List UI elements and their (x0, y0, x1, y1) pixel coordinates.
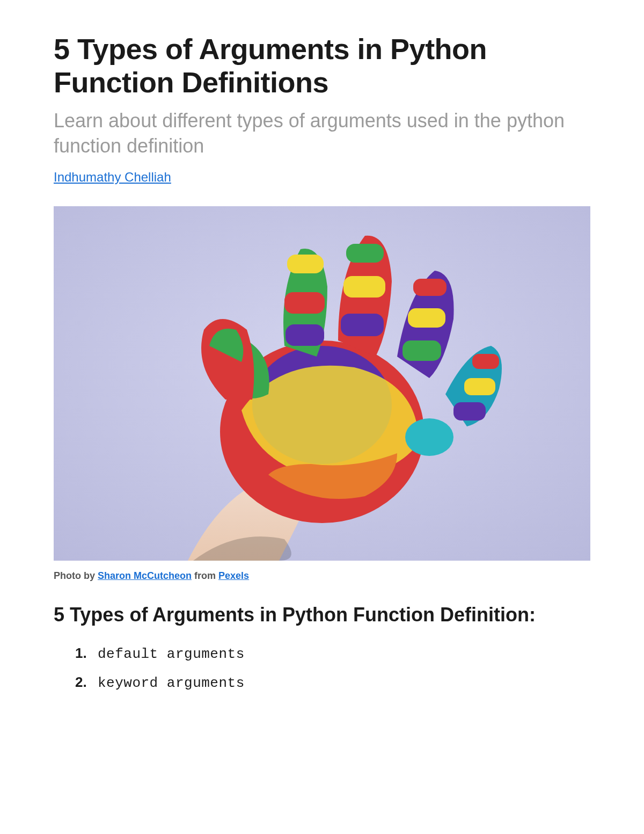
list-item: 2. keyword arguments (75, 671, 590, 695)
author-link[interactable]: Indhumathy Chelliah (54, 170, 171, 185)
svg-rect-5 (286, 324, 324, 346)
hero-image (54, 206, 590, 561)
svg-point-15 (405, 418, 453, 456)
svg-rect-12 (472, 354, 499, 369)
article-title: 5 Types of Arguments in Python Function … (54, 32, 590, 99)
svg-rect-9 (413, 279, 447, 296)
svg-rect-6 (346, 244, 384, 263)
svg-rect-4 (284, 292, 325, 314)
svg-rect-14 (453, 402, 486, 420)
caption-prefix: Photo by (54, 570, 98, 581)
svg-rect-3 (287, 255, 324, 273)
source-link[interactable]: Pexels (218, 570, 249, 581)
svg-rect-10 (408, 308, 445, 328)
list-text: keyword arguments (98, 672, 245, 695)
article-subtitle: Learn about different types of arguments… (54, 108, 590, 159)
list-number: 2. (75, 671, 90, 694)
svg-rect-8 (341, 314, 384, 336)
list-item: 1. default arguments (75, 642, 590, 666)
section-heading: 5 Types of Arguments in Python Function … (54, 603, 590, 626)
svg-rect-11 (402, 340, 441, 361)
image-caption: Photo by Sharon McCutcheon from Pexels (54, 570, 590, 582)
svg-rect-13 (464, 378, 495, 395)
arguments-list: 1. default arguments 2. keyword argument… (54, 642, 590, 694)
photographer-link[interactable]: Sharon McCutcheon (98, 570, 192, 581)
caption-middle: from (192, 570, 218, 581)
list-number: 1. (75, 642, 90, 665)
svg-rect-7 (343, 276, 385, 298)
list-text: default arguments (98, 643, 245, 666)
